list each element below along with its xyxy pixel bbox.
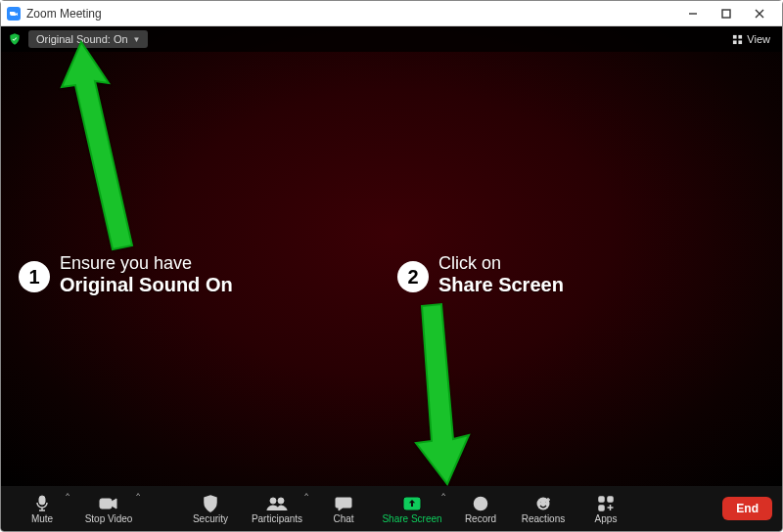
zoom-meeting-window: Zoom Meeting Original Sound: On ▼ View: [0, 0, 783, 532]
reactions-icon: [535, 494, 551, 513]
apps-button[interactable]: Apps: [575, 487, 637, 530]
participants-icon: [266, 494, 288, 513]
video-camera-icon: [99, 494, 118, 513]
svg-rect-16: [608, 497, 613, 502]
security-button[interactable]: Security: [179, 487, 242, 530]
svg-rect-5: [39, 496, 45, 505]
window-close-button[interactable]: [743, 2, 776, 25]
svg-rect-2: [739, 34, 743, 38]
svg-rect-0: [722, 10, 730, 18]
caret-up-icon: ^: [66, 491, 69, 500]
mute-button[interactable]: ^ Mute: [11, 487, 73, 530]
caret-up-icon: ^: [136, 491, 140, 500]
annotation-arrow-1: [48, 40, 165, 269]
annotation-step-1-badge: 1: [19, 261, 50, 292]
end-meeting-button[interactable]: End: [722, 497, 772, 520]
annotation-step-1-text: Ensure you have Original Sound On: [60, 253, 233, 296]
record-button[interactable]: Record: [449, 487, 512, 530]
svg-rect-1: [733, 34, 737, 38]
svg-point-8: [278, 498, 284, 504]
caret-up-icon: ^: [441, 491, 445, 500]
caret-up-icon: ^: [304, 491, 308, 500]
window-minimize-button[interactable]: [676, 2, 710, 25]
svg-rect-17: [599, 506, 604, 510]
svg-rect-4: [739, 40, 743, 44]
svg-rect-3: [733, 40, 737, 44]
original-sound-toggle[interactable]: Original Sound: On ▼: [28, 30, 148, 48]
chat-icon: [335, 494, 352, 513]
view-button[interactable]: View: [726, 30, 776, 48]
original-sound-label: Original Sound: On: [36, 33, 128, 45]
record-icon: [473, 494, 488, 513]
stop-video-button[interactable]: ^ Stop Video: [73, 487, 144, 530]
svg-point-14: [545, 501, 547, 503]
svg-point-13: [540, 501, 542, 503]
zoom-app-icon: [7, 7, 21, 21]
annotation-arrow-2: [404, 302, 483, 486]
share-screen-icon: [402, 494, 422, 513]
window-maximize-button[interactable]: [710, 2, 743, 25]
window-titlebar: Zoom Meeting: [1, 1, 782, 26]
apps-icon: [598, 494, 614, 513]
svg-rect-6: [100, 499, 112, 509]
participants-button[interactable]: ^ Participants: [242, 487, 312, 530]
caret-down-icon: ▼: [130, 35, 141, 44]
annotation-step-2-badge: 2: [397, 261, 429, 292]
annotation-step-2-text: Click on Share Screen: [438, 253, 564, 296]
meeting-area: Original Sound: On ▼ View 1 Ensure you h: [1, 26, 782, 486]
meeting-topbar: Original Sound: On ▼ View: [1, 26, 782, 52]
meeting-toolbar: ^ Mute ^ Stop Video Security ^ Participa…: [1, 486, 782, 531]
share-screen-button[interactable]: ^ Share Screen: [375, 487, 449, 530]
reactions-button[interactable]: Reactions: [512, 487, 575, 530]
encryption-shield-icon[interactable]: [7, 31, 23, 47]
shield-icon: [203, 494, 218, 513]
svg-rect-15: [599, 497, 604, 502]
svg-point-11: [479, 501, 484, 506]
annotation-overlay: 1 Ensure you have Original Sound On 2 Cl…: [1, 26, 782, 486]
chat-button[interactable]: Chat: [312, 487, 375, 530]
window-title: Zoom Meeting: [26, 7, 102, 21]
svg-point-7: [270, 498, 276, 504]
view-label: View: [747, 33, 770, 45]
microphone-icon: [34, 494, 50, 513]
